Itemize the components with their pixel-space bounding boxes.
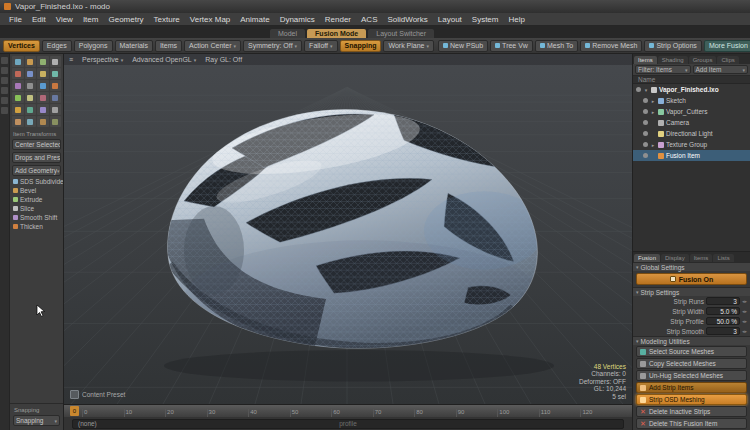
tool-icon[interactable] — [25, 68, 37, 79]
item-row-texture-group[interactable]: ▸Texture Group — [633, 139, 750, 150]
visibility-eye-icon[interactable] — [643, 131, 648, 136]
tab-display[interactable]: Display — [661, 254, 689, 262]
tool-icon[interactable] — [12, 68, 24, 79]
mode-button-edges[interactable]: Edges — [42, 40, 72, 52]
tab-fusion[interactable]: Fusion — [634, 254, 660, 262]
item-row-sketch[interactable]: ▸Sketch — [633, 95, 750, 106]
strip-settings-header[interactable]: ▾Strip Settings — [633, 287, 750, 296]
tab-items[interactable]: Items — [690, 254, 713, 262]
add-item-dropdown[interactable]: Add Item▾ — [693, 65, 749, 74]
expand-caret-icon[interactable]: ▸ — [650, 109, 656, 115]
tool-icon[interactable] — [50, 116, 62, 127]
utility-button-delete-inactive-strips[interactable]: ✕Delete Inactive Strips — [636, 406, 747, 417]
fusion-button-remove-mesh[interactable]: Remove Mesh — [580, 40, 642, 52]
viewport-menu-icon[interactable]: ≡ — [69, 56, 73, 63]
menu-item-render[interactable]: Render — [320, 15, 356, 24]
add-geometry-dropdown[interactable]: Add Geometry▾ — [12, 165, 61, 176]
utility-button-strip-osd-meshing[interactable]: Strip OSD Meshing — [636, 394, 747, 405]
property-value-field[interactable]: 3 — [706, 297, 740, 305]
more-fusion-button[interactable]: More Fusion▾ — [704, 40, 750, 52]
tab-clips[interactable]: Clips — [717, 56, 738, 64]
workplane-dropdown[interactable]: Work Plane▾ — [383, 40, 434, 52]
visibility-eye-icon[interactable] — [643, 109, 648, 114]
menu-item-solidworks[interactable]: SolidWorks — [382, 15, 432, 24]
tool-icon[interactable] — [50, 80, 62, 91]
utility-button-copy-selected-meshes[interactable]: Copy Selected Meshes — [636, 358, 747, 369]
utility-button-un-hug-selected-meshes[interactable]: Un-Hug Selected Meshes — [636, 370, 747, 381]
helmet-3d-scene[interactable] — [64, 54, 632, 404]
tool-icon[interactable] — [12, 80, 24, 91]
item-row-vapor-finished-lxo[interactable]: ▾Vapor_Finished.lxo — [633, 84, 750, 95]
modeling-utilities-header[interactable]: ▾Modeling Utilities — [633, 336, 750, 345]
tab-groups[interactable]: Groups — [689, 56, 717, 64]
utility-button-delete-this-fusion-item[interactable]: ✕Delete This Fusion Item — [636, 418, 747, 429]
tool-button-slice[interactable]: Slice — [10, 204, 63, 213]
drops-presets-button[interactable]: Drops and Presets — [12, 152, 61, 163]
center-selected-dropdown[interactable]: Center Selected▾ — [12, 139, 61, 150]
sidebar-strip-tab[interactable] — [1, 97, 8, 104]
tool-icon[interactable] — [37, 116, 49, 127]
shading-mode-dropdown[interactable]: Advanced OpenGL▾ — [132, 56, 196, 63]
menu-item-help[interactable]: Help — [503, 15, 529, 24]
timeline-ruler[interactable]: 0 0102030405060708090100110120 — [64, 405, 632, 417]
tool-icon[interactable] — [12, 116, 24, 127]
tool-icon[interactable] — [25, 80, 37, 91]
view-mode-dropdown[interactable]: Perspective▾ — [82, 56, 123, 63]
menu-item-geometry[interactable]: Geometry — [103, 15, 148, 24]
layout-tab-model[interactable]: Model — [270, 29, 305, 38]
mode-button-vertices[interactable]: Vertices — [3, 40, 40, 52]
symmetry-off-dropdown[interactable]: Symmetry: Off▾ — [243, 40, 302, 52]
playhead[interactable]: 0 — [70, 406, 79, 416]
tool-icon[interactable] — [37, 56, 49, 67]
snapping-toggle[interactable]: Snapping — [340, 40, 382, 52]
tool-icon[interactable] — [12, 56, 24, 67]
global-settings-header[interactable]: ▾Global Settings — [633, 262, 750, 271]
menu-item-animate[interactable]: Animate — [235, 15, 274, 24]
tool-icon[interactable] — [12, 104, 24, 115]
tool-icon[interactable] — [25, 116, 37, 127]
tool-icon[interactable] — [12, 92, 24, 103]
tool-icon[interactable] — [25, 56, 37, 67]
menu-item-view[interactable]: View — [51, 15, 78, 24]
tab-items[interactable]: Items — [634, 56, 657, 64]
mini-slider-icon[interactable]: ◂▸ — [742, 318, 747, 324]
viewport-3d[interactable]: ≡ Perspective▾ Advanced OpenGL▾ Ray GL: … — [64, 54, 632, 404]
mode-button-materials[interactable]: Materials — [115, 40, 153, 52]
tool-button-bevel[interactable]: Bevel — [10, 186, 63, 195]
tool-icon[interactable] — [50, 104, 62, 115]
visibility-eye-icon[interactable] — [643, 120, 648, 125]
property-value-field[interactable]: 5.0 % — [706, 307, 740, 315]
tool-icon[interactable] — [37, 92, 49, 103]
visibility-eye-icon[interactable] — [643, 98, 648, 103]
menu-item-system[interactable]: System — [467, 15, 504, 24]
expand-caret-icon[interactable]: ▸ — [650, 98, 656, 104]
tool-icon[interactable] — [50, 92, 62, 103]
item-row-directional-light[interactable]: Directional Light — [633, 128, 750, 139]
sidebar-strip-tab[interactable] — [1, 107, 8, 114]
layout-tab-layout-switcher[interactable]: Layout Switcher — [368, 29, 434, 38]
tab-shading[interactable]: Shading — [658, 56, 688, 64]
tool-icon[interactable] — [50, 68, 62, 79]
tool-button-extrude[interactable]: Extrude — [10, 195, 63, 204]
menu-item-edit[interactable]: Edit — [27, 15, 51, 24]
tool-icon[interactable] — [37, 68, 49, 79]
item-row-camera[interactable]: Camera — [633, 117, 750, 128]
tool-button-sds-subdivide[interactable]: SDS Subdivide — [10, 177, 63, 186]
tool-icon[interactable] — [50, 56, 62, 67]
tool-icon[interactable] — [37, 104, 49, 115]
snapping-dropdown[interactable]: Snapping▾ — [13, 415, 60, 426]
mode-button-items[interactable]: Items — [155, 40, 182, 52]
visibility-eye-icon[interactable] — [643, 142, 648, 147]
fusion-button-strip-options[interactable]: Strip Options — [644, 40, 701, 52]
mode-button-polygons[interactable]: Polygons — [74, 40, 113, 52]
layout-tab-fusion-mode[interactable]: Fusion Mode — [307, 29, 366, 38]
fusion-button-mesh-to[interactable]: Mesh To — [535, 40, 578, 52]
tool-button-thicken[interactable]: Thicken — [10, 222, 63, 231]
expand-caret-icon[interactable]: ▸ — [650, 142, 656, 148]
fusion-button-new-psub[interactable]: New PSub — [438, 40, 488, 52]
preset-selector[interactable]: (none) profile — [72, 419, 624, 429]
property-value-field[interactable]: 50.0 % — [706, 317, 740, 325]
falloff-dropdown[interactable]: Falloff▾ — [304, 40, 337, 52]
mini-slider-icon[interactable]: ◂▸ — [742, 298, 747, 304]
menu-item-acs[interactable]: ACS — [356, 15, 382, 24]
